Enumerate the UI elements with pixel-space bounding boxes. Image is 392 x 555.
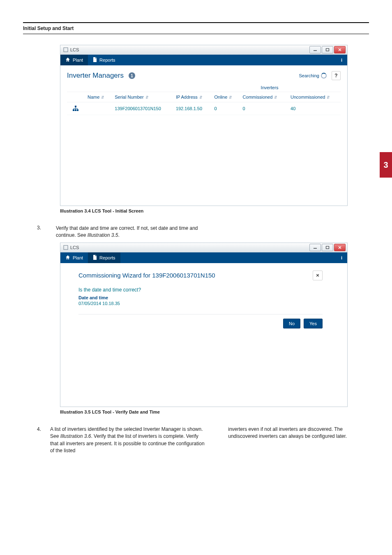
info-button[interactable]: i xyxy=(336,252,347,263)
yes-button[interactable]: Yes xyxy=(304,319,323,328)
section-title: Initial Setup and Start xyxy=(23,25,369,31)
window-close-button[interactable] xyxy=(334,46,346,53)
svg-rect-8 xyxy=(77,109,78,111)
tab-plant-label: Plant xyxy=(73,255,83,260)
svg-rect-0 xyxy=(64,48,68,52)
figure-caption-3-4: Illustration 3.4 LCS Tool - Initial Scre… xyxy=(60,208,348,213)
col-name[interactable]: Name⇵ xyxy=(84,92,111,102)
document-icon xyxy=(93,57,97,63)
hierarchy-icon[interactable] xyxy=(67,102,84,115)
step-number-4: 4. xyxy=(37,426,41,455)
count-badge: 1 xyxy=(129,72,135,79)
window-minimize-button[interactable] xyxy=(309,244,321,251)
tab-plant-label: Plant xyxy=(73,58,83,62)
step-number-3: 3. xyxy=(37,225,47,239)
wizard-close-button[interactable]: × xyxy=(313,271,323,280)
svg-rect-5 xyxy=(75,106,76,107)
col-serial[interactable]: Serial Number⇵ xyxy=(111,92,173,102)
window-close-button[interactable] xyxy=(334,244,346,251)
figure-caption-3-5: Illustration 3.5 LCS Tool - Verify Date … xyxy=(60,409,348,414)
cell-serial: 139F2006013701N150 xyxy=(111,102,173,115)
step-text-3: Verify that date and time are correct. I… xyxy=(56,225,208,239)
window-maximize-button[interactable] xyxy=(322,46,333,53)
page-title: Inverter Managers xyxy=(67,72,124,80)
cell-ip: 192.168.1.50 xyxy=(173,102,211,115)
inverters-group-label: Inverters xyxy=(198,85,341,90)
inverter-managers-table: Name⇵ Serial Number⇵ IP Address⇵ Online⇵… xyxy=(67,92,341,115)
date-time-value: 07/05/2014 10.18.35 xyxy=(78,301,323,306)
window-title-2: LCS xyxy=(70,245,309,250)
wizard-question: Is the date and time correct? xyxy=(78,287,323,293)
window-minimize-button[interactable] xyxy=(309,46,321,53)
step-text-4-left: A list of inverters identified by the se… xyxy=(50,426,206,455)
no-button[interactable]: No xyxy=(283,319,300,328)
tab-reports-label: Reports xyxy=(99,58,115,62)
window-titlebar-2: LCS xyxy=(60,243,347,252)
help-button[interactable]: ? xyxy=(332,71,341,80)
col-uncommissioned[interactable]: Uncommissioned⇵ xyxy=(287,92,341,102)
app-icon xyxy=(63,245,69,250)
home-icon xyxy=(65,255,70,261)
window-title: LCS xyxy=(70,47,309,52)
searching-status: Searching xyxy=(299,73,327,79)
svg-rect-11 xyxy=(326,246,329,249)
svg-rect-6 xyxy=(73,109,74,111)
app-icon xyxy=(63,47,69,53)
window-maximize-button[interactable] xyxy=(322,244,333,251)
wizard-title: Commissioning Wizard for 139F2006013701N… xyxy=(78,272,215,279)
tab-plant[interactable]: Plant xyxy=(60,252,88,263)
tab-plant[interactable]: Plant xyxy=(60,55,88,65)
svg-rect-7 xyxy=(75,109,76,111)
document-icon xyxy=(93,255,97,261)
tab-reports[interactable]: Reports xyxy=(88,55,120,65)
col-ip[interactable]: IP Address⇵ xyxy=(173,92,211,102)
col-online[interactable]: Online⇵ xyxy=(211,92,240,102)
tab-reports-label: Reports xyxy=(99,255,115,260)
svg-rect-2 xyxy=(326,49,329,51)
window-titlebar: LCS xyxy=(60,45,347,55)
tab-reports[interactable]: Reports xyxy=(88,252,120,263)
home-icon xyxy=(65,57,70,63)
cell-online: 0 xyxy=(211,102,240,115)
spinner-icon xyxy=(321,73,327,79)
step-text-4-right: inverters even if not all inverters are … xyxy=(228,426,369,455)
chapter-tab: 3 xyxy=(380,152,392,178)
cell-commissioned: 0 xyxy=(240,102,287,115)
col-commissioned[interactable]: Commissioned⇵ xyxy=(240,92,287,102)
svg-rect-9 xyxy=(64,245,68,250)
cell-uncommissioned: 40 xyxy=(287,102,341,115)
figure-initial-screen: LCS Plant xyxy=(60,45,348,206)
date-time-label: Date and time xyxy=(78,295,323,300)
figure-verify-date-time: LCS Plant xyxy=(60,243,348,407)
info-button[interactable]: i xyxy=(336,55,347,65)
table-row[interactable]: 139F2006013701N150 192.168.1.50 0 0 40 xyxy=(67,102,341,115)
cell-name xyxy=(84,102,111,115)
